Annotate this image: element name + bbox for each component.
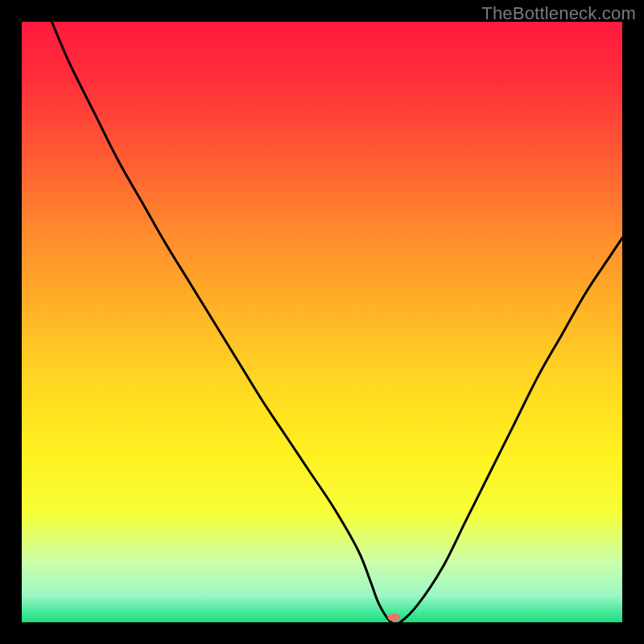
- optimum-marker: [388, 613, 401, 621]
- gradient-background: [22, 22, 622, 622]
- chart-svg: [22, 22, 622, 622]
- watermark-text: TheBottleneck.com: [481, 3, 636, 24]
- chart-frame: TheBottleneck.com: [0, 0, 644, 644]
- bottleneck-chart: [22, 22, 622, 622]
